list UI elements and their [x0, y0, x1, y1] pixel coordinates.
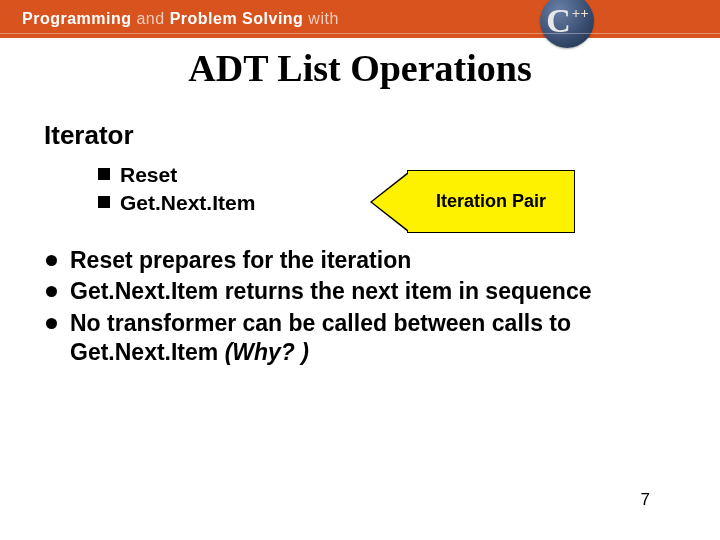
banner-divider	[0, 33, 720, 34]
arrow-left-icon	[372, 174, 408, 230]
page-number: 7	[641, 490, 650, 510]
section-heading: Iterator	[44, 120, 676, 151]
slide-content: Iterator Reset Get.Next.Item Reset prepa…	[0, 90, 720, 367]
banner-word-solving: Solving	[242, 10, 303, 27]
banner-word-problem: Problem	[170, 10, 238, 27]
banner-title: Programming and Problem Solving with	[22, 10, 339, 28]
list-item: Get.Next.Item returns the next item in s…	[44, 277, 676, 306]
cpp-pp: ++	[572, 5, 589, 22]
slide-title: ADT List Operations	[0, 46, 720, 90]
list-item: Reset prepares for the iteration	[44, 246, 676, 275]
banner-word-programming: Programming	[22, 10, 132, 27]
cpp-logo-icon: C++	[540, 0, 594, 48]
bullet-text-why: (Why? )	[225, 339, 309, 365]
banner-word-and: and	[136, 10, 164, 27]
banner-word-with: with	[308, 10, 338, 27]
bullet-text-prefix: No transformer can be called between cal…	[70, 310, 571, 365]
list-item: No transformer can be called between cal…	[44, 309, 676, 368]
iteration-pair-callout: Iteration Pair	[372, 170, 575, 233]
body-bullet-list: Reset prepares for the iteration Get.Nex…	[44, 246, 676, 368]
callout-label: Iteration Pair	[407, 170, 575, 233]
book-banner: Programming and Problem Solving with C++	[0, 0, 720, 38]
